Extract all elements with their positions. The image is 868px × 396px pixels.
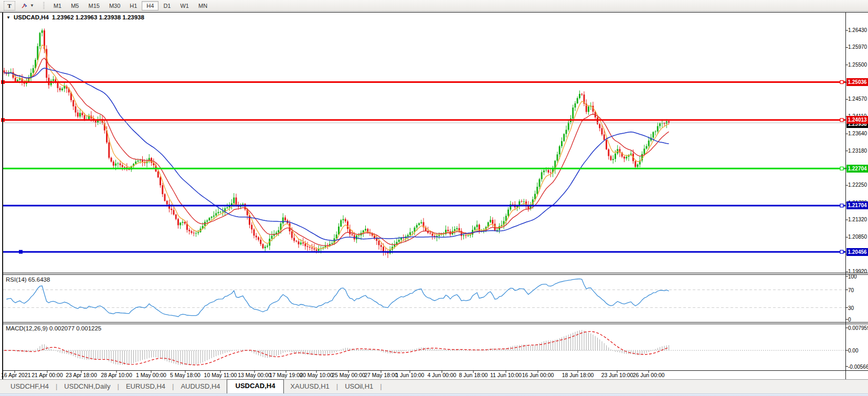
candle-body bbox=[655, 132, 657, 132]
candle-body bbox=[75, 106, 77, 113]
candle-body bbox=[188, 230, 190, 231]
candle-body bbox=[175, 215, 177, 219]
candle-body bbox=[302, 242, 304, 243]
candle-body bbox=[581, 94, 583, 94]
candle-body bbox=[81, 113, 83, 115]
candle-body bbox=[447, 230, 449, 231]
candle-body bbox=[197, 232, 199, 233]
candle-body bbox=[124, 167, 125, 167]
candle-body bbox=[213, 216, 215, 217]
time-label: 11 Jun 10:00 bbox=[490, 372, 522, 378]
macd-pane[interactable] bbox=[3, 330, 845, 365]
candle-body bbox=[271, 236, 273, 239]
candle-body bbox=[336, 234, 337, 238]
tab-usdcnh-daily[interactable]: USDCNH,Daily bbox=[58, 380, 117, 393]
candle-body bbox=[606, 140, 607, 149]
price-tick-label: 1.20850 bbox=[848, 234, 867, 240]
candle-body bbox=[637, 165, 639, 167]
candle-body bbox=[135, 162, 136, 164]
trading-terminal: T ▼ M1M5M15M30H1H4D1W1MN ▼ USDCAD,H4 1.2… bbox=[0, 0, 868, 396]
time-label: 21 Apr 00:00 bbox=[31, 372, 63, 378]
candle-body bbox=[492, 220, 493, 223]
candle-body bbox=[416, 225, 418, 228]
tab-xauusd-h1[interactable]: XAUUSD,H1 bbox=[284, 380, 335, 393]
candle-body bbox=[646, 146, 648, 148]
level-line-right-anchor[interactable] bbox=[840, 80, 843, 83]
rsi-line bbox=[6, 279, 669, 317]
candle-body bbox=[293, 238, 295, 241]
candle-body bbox=[17, 80, 18, 81]
candle-body bbox=[380, 245, 382, 247]
ma-slow-line bbox=[4, 68, 669, 241]
candle-body bbox=[316, 250, 317, 251]
level-line-right-anchor[interactable] bbox=[840, 119, 843, 122]
rsi-pane[interactable] bbox=[3, 279, 845, 317]
price-level-badge: 1.20456 bbox=[846, 248, 868, 256]
price-tick-label: 1.22250 bbox=[848, 182, 867, 188]
candle-body bbox=[523, 201, 525, 202]
level-line-left-anchor[interactable] bbox=[19, 250, 23, 254]
candle-body bbox=[282, 218, 284, 223]
candle-body bbox=[664, 123, 665, 124]
candle-body bbox=[177, 219, 179, 226]
candle-body bbox=[652, 132, 654, 138]
tab-usdchf-h4[interactable]: USDCHF,H4 bbox=[4, 380, 55, 393]
macd-signal-line bbox=[4, 331, 669, 365]
tab-usdcad-h4[interactable]: USDCAD,H4 bbox=[227, 379, 284, 393]
candle-body bbox=[173, 210, 175, 215]
time-label: 25 May 00:00 bbox=[332, 372, 365, 378]
candle-body bbox=[309, 247, 311, 248]
candle-body bbox=[222, 211, 224, 212]
level-line-right-anchor[interactable] bbox=[840, 250, 843, 253]
chart-canvas[interactable] bbox=[0, 0, 868, 396]
candle-body bbox=[563, 134, 565, 141]
candle-body bbox=[507, 210, 509, 216]
candle-body bbox=[468, 236, 469, 236]
candle-body bbox=[220, 212, 221, 212]
candle-body bbox=[376, 239, 377, 241]
price-tick-label: 1.24570 bbox=[848, 96, 867, 102]
tab-bar: USDCHF,H4|USDCNH,Daily|EURUSD,H4|AUDUSD,… bbox=[0, 379, 868, 393]
price-axis[interactable] bbox=[846, 13, 868, 379]
candle-body bbox=[295, 241, 297, 241]
candle-body bbox=[494, 224, 496, 231]
level-line-right-anchor[interactable] bbox=[840, 167, 843, 170]
candle-body bbox=[411, 232, 413, 232]
candle-body bbox=[572, 108, 574, 119]
candle-body bbox=[559, 146, 560, 155]
candle-body bbox=[340, 220, 342, 227]
candle-body bbox=[137, 160, 139, 162]
candle-body bbox=[477, 224, 478, 227]
candle-body bbox=[456, 228, 458, 229]
candle-body bbox=[566, 130, 567, 134]
candle-body bbox=[267, 245, 268, 247]
tab-eurusd-h4[interactable]: EURUSD,H4 bbox=[120, 380, 172, 393]
candle-body bbox=[122, 165, 123, 167]
candle-body bbox=[218, 212, 219, 213]
candle-body bbox=[211, 217, 213, 218]
candle-body bbox=[256, 236, 257, 237]
candle-body bbox=[291, 231, 293, 238]
candle-body bbox=[588, 106, 589, 112]
candle-body bbox=[264, 247, 266, 248]
time-label: 26 Jun 00:00 bbox=[633, 372, 665, 378]
tab-usoil-h1[interactable]: USOil,H1 bbox=[338, 380, 379, 393]
price-tick-label: 1.25970 bbox=[848, 44, 867, 50]
candle-body bbox=[521, 201, 523, 202]
candle-body bbox=[61, 89, 63, 90]
candle-body bbox=[193, 233, 195, 233]
time-label: 8 Jun 18:00 bbox=[459, 372, 488, 378]
candle-body bbox=[233, 198, 235, 204]
level-line-right-anchor[interactable] bbox=[840, 204, 843, 207]
tab-audusd-h4[interactable]: AUDUSD,H4 bbox=[174, 380, 226, 393]
candle-body bbox=[195, 233, 197, 234]
candle-body bbox=[550, 173, 552, 173]
price-pane[interactable] bbox=[4, 28, 670, 258]
time-label: 10 May 11:00 bbox=[204, 372, 237, 378]
candle-body bbox=[171, 209, 172, 210]
candle-body bbox=[608, 149, 609, 156]
candle-body bbox=[383, 247, 384, 251]
macd-tick-label: 0.00 bbox=[848, 348, 858, 354]
candle-body bbox=[331, 243, 333, 244]
candle-body bbox=[258, 237, 259, 240]
